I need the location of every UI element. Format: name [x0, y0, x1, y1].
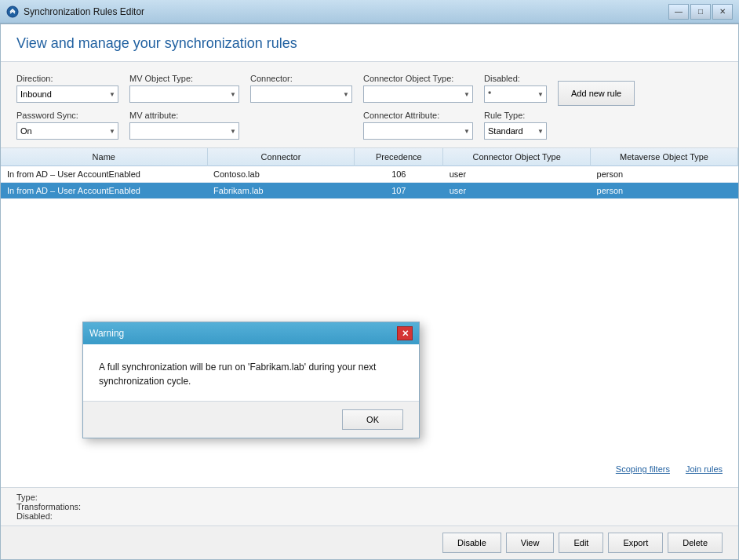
column-connector-object-type: Connector Object Type — [443, 148, 591, 166]
page-title: View and manage your synchronization rul… — [16, 35, 723, 52]
scoping-filters-link[interactable]: Scoping filters — [616, 464, 670, 474]
table-row[interactable]: In from AD – User AccountEnabledContoso.… — [1, 166, 738, 183]
footer-info: Scoping filters Join rules Type: Transfo… — [1, 487, 738, 525]
direction-select[interactable]: Inbound Outbound — [16, 85, 118, 103]
dialog-title: Warning — [89, 328, 124, 339]
column-connector: Connector — [207, 148, 355, 166]
rules-table: Name Connector Precedence Connector Obje… — [1, 148, 738, 199]
transformations-label: Transformations: — [16, 502, 81, 511]
add-new-rule-button[interactable]: Add new rule — [558, 81, 635, 106]
disable-button[interactable]: Disable — [442, 533, 501, 553]
minimize-button[interactable]: — — [668, 4, 689, 20]
disabled-label: Disabled: — [484, 74, 547, 83]
column-metaverse-object-type: Metaverse Object Type — [591, 148, 738, 166]
password-sync-label: Password Sync: — [16, 111, 118, 120]
app-icon — [6, 5, 19, 18]
rule-type-filter: Rule Type: Standard Custom — [484, 111, 547, 140]
bottom-buttons: Disable View Edit Export Delete — [1, 525, 738, 559]
password-sync-select-wrapper[interactable]: On Off — [16, 122, 118, 140]
dialog-message: A full synchronization will be run on 'F… — [99, 360, 403, 388]
connector-object-type-select-wrapper[interactable] — [363, 85, 473, 103]
export-button[interactable]: Export — [608, 533, 663, 553]
mv-attribute-select[interactable] — [129, 122, 239, 140]
connector-attribute-label: Connector Attribute: — [363, 111, 473, 120]
edit-button[interactable]: Edit — [559, 533, 603, 553]
warning-dialog: Warning ✕ A full synchronization will be… — [82, 322, 420, 438]
mv-object-type-filter: MV Object Type: — [129, 74, 239, 103]
connector-attribute-select-wrapper[interactable] — [363, 122, 473, 140]
dialog-title-bar: Warning ✕ — [83, 322, 419, 344]
rule-type-label: Rule Type: — [484, 111, 547, 120]
footer-disabled-label: Disabled: — [16, 511, 53, 521]
rule-type-select-wrapper[interactable]: Standard Custom — [484, 122, 547, 140]
connector-object-type-label: Connector Object Type: — [363, 74, 473, 83]
disabled-select[interactable]: * Yes No — [484, 85, 547, 103]
table-row[interactable]: In from AD – User AccountEnabledFabrikam… — [1, 183, 738, 199]
footer-disabled: Disabled: — [16, 511, 723, 521]
mv-attribute-select-wrapper[interactable] — [129, 122, 239, 140]
dialog-close-button[interactable]: ✕ — [397, 326, 413, 340]
table-body: In from AD – User AccountEnabledContoso.… — [1, 166, 738, 199]
delete-button[interactable]: Delete — [668, 533, 723, 553]
footer-links: Scoping filters Join rules — [616, 464, 723, 474]
window-controls[interactable]: — □ ✕ — [668, 4, 733, 20]
filter-area: Direction: Inbound Outbound MV Object Ty… — [1, 62, 738, 148]
password-sync-select[interactable]: On Off — [16, 122, 118, 140]
mv-attribute-label: MV attribute: — [129, 111, 239, 120]
footer-type: Type: — [16, 493, 723, 502]
mv-attribute-filter: MV attribute: — [129, 111, 239, 140]
direction-label: Direction: — [16, 74, 118, 83]
connector-object-type-select[interactable] — [363, 85, 473, 103]
title-bar-left: Synchronization Rules Editor — [6, 5, 144, 18]
header: View and manage your synchronization rul… — [1, 24, 738, 62]
disabled-filter: Disabled: * Yes No — [484, 74, 547, 103]
footer-transformations: Transformations: — [16, 502, 723, 511]
rule-type-select[interactable]: Standard Custom — [484, 122, 547, 140]
type-label: Type: — [16, 493, 38, 502]
password-sync-filter: Password Sync: On Off — [16, 111, 118, 140]
direction-select-wrapper[interactable]: Inbound Outbound — [16, 85, 118, 103]
direction-filter: Direction: Inbound Outbound — [16, 74, 118, 103]
main-window: View and manage your synchronization rul… — [0, 24, 739, 560]
dialog-footer: OK — [83, 402, 419, 438]
connector-select[interactable] — [250, 85, 352, 103]
mv-object-type-select-wrapper[interactable] — [129, 85, 239, 103]
connector-select-wrapper[interactable] — [250, 85, 352, 103]
connector-object-type-filter: Connector Object Type: — [363, 74, 473, 103]
column-precedence: Precedence — [355, 148, 443, 166]
mv-object-type-label: MV Object Type: — [129, 74, 239, 83]
table-header-row: Name Connector Precedence Connector Obje… — [1, 148, 738, 166]
mv-object-type-select[interactable] — [129, 85, 239, 103]
column-name: Name — [1, 148, 207, 166]
window-title: Synchronization Rules Editor — [24, 6, 144, 17]
dialog-body: A full synchronization will be run on 'F… — [83, 344, 419, 402]
title-bar: Synchronization Rules Editor — □ ✕ — [0, 0, 739, 24]
join-rules-link[interactable]: Join rules — [686, 464, 723, 474]
filter-row-1: Direction: Inbound Outbound MV Object Ty… — [16, 70, 723, 106]
view-button[interactable]: View — [506, 533, 555, 553]
close-button[interactable]: ✕ — [712, 4, 733, 20]
connector-attribute-filter: Connector Attribute: — [363, 111, 473, 140]
filter-row-2: Password Sync: On Off MV attribute: — [16, 111, 723, 140]
disabled-select-wrapper[interactable]: * Yes No — [484, 85, 547, 103]
maximize-button[interactable]: □ — [690, 4, 711, 20]
connector-label: Connector: — [250, 74, 352, 83]
connector-filter: Connector: — [250, 74, 352, 103]
connector-attribute-select[interactable] — [363, 122, 473, 140]
dialog-ok-button[interactable]: OK — [342, 409, 403, 430]
